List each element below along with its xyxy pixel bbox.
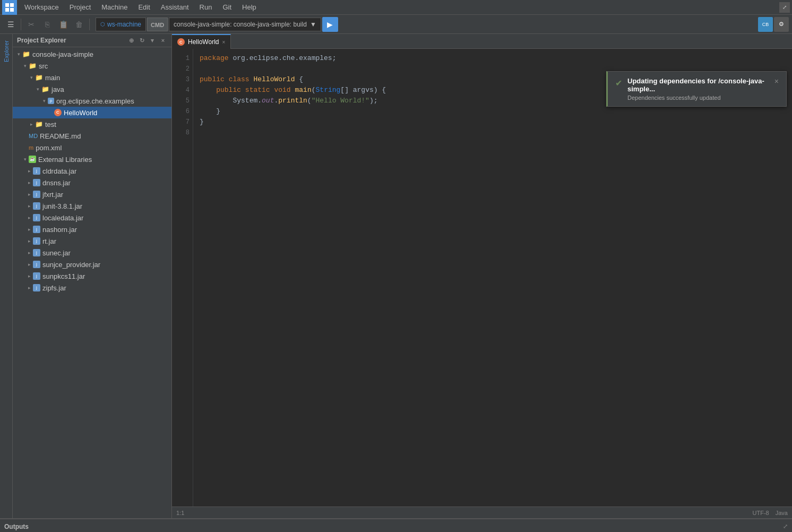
editor-tab-helloworld[interactable]: C HelloWorld × [172,34,231,49]
toolbar-cut-btn[interactable]: ✂ [24,17,39,32]
menu-assistant[interactable]: Assistant [156,0,194,15]
explorer-refresh-btn[interactable]: ↻ [137,36,146,45]
arrow-src: ▾ [21,63,29,68]
code-editor: 12345678 package org.eclipse.che.example… [172,49,792,507]
tree-item-main[interactable]: ▾ 📁 main [13,72,171,83]
tree-item-ext-libs[interactable]: ▾ ☕ External Libraries [13,153,171,165]
menu-machine[interactable]: Machine [96,0,133,15]
jar-icon: j [33,179,40,186]
main-label: main [45,74,60,82]
jar-icon: j [33,284,40,291]
menu-project[interactable]: Project [64,0,96,15]
tree-item-junit-3-8.1.jar[interactable]: ▸ j junit-3.8.1.jar [13,200,171,212]
left-sidebar: Explorer [0,34,13,518]
explorer-header-icons: ⊕ ↻ ▾ × [127,36,167,45]
file-tree: ▾ 📁 console-java-simple ▾ 📁 src ▾ 📁 main… [13,47,171,518]
app-logo[interactable] [2,0,17,15]
tree-item-localedata-jar[interactable]: ▸ j localedata.jar [13,212,171,224]
bottom-maximize-btn[interactable]: ⤢ [783,523,788,530]
tree-item-cldrdata-jar[interactable]: ▸ j cldrdata.jar [13,165,171,177]
jar-icon: j [33,272,40,280]
helloworld-java-icon: C [54,109,62,116]
menu-git[interactable]: Git [217,0,237,15]
tree-item-zipfs-jar[interactable]: ▸ j zipfs.jar [13,282,171,294]
tree-item-sunjce_provider-jar[interactable]: ▸ j sunjce_provider.jar [13,259,171,270]
tree-item-helloworld[interactable]: ▸ C HelloWorld [13,107,171,118]
machine-selector[interactable]: ⬡ ws-machine [96,18,146,31]
arrow-java: ▾ [34,87,41,92]
tree-item-readme[interactable]: ▸ MD README.md [13,130,171,142]
tree-item-jfxrt-jar[interactable]: ▸ j jfxrt.jar [13,188,171,200]
menu-bar: Workspace Project Machine Edit Assistant… [0,0,792,15]
maximize-button[interactable]: ⤢ [779,2,790,13]
toast-check-icon: ✔ [615,78,622,88]
cursor-position: 1:1 [176,510,184,516]
pom-icon: m [29,144,33,151]
build-cmd-label: console-java-simple: console-java-simple… [174,21,307,28]
menu-run[interactable]: Run [194,0,218,15]
toolbar-cb-btn[interactable]: CB [758,17,773,32]
tree-item-package[interactable]: ▾ p org.eclipse.che.examples [13,95,171,107]
java-label: java [51,85,64,93]
tree-item-dnsns-jar[interactable]: ▸ j dnsns.jar [13,177,171,188]
code-line-6: } [200,106,786,117]
filetype-label: Java [776,510,788,516]
jar-list: ▸ j cldrdata.jar▸ j dnsns.jar▸ j jfxrt.j… [13,165,171,294]
test-label: test [45,121,56,128]
arrow-ext-libs: ▾ [21,157,29,162]
package-icon: p [48,98,54,104]
code-line-7: } [200,117,786,127]
arrow-pom: ▸ [21,145,29,150]
notification-toast: ✔ Updating dependencies for /console-jav… [606,71,787,107]
toolbar-settings-btn[interactable]: ⚙ [774,17,789,32]
src-label: src [39,62,48,70]
package-label: org.eclipse.che.examples [56,97,134,105]
run-button[interactable]: ▶ [322,17,338,32]
toast-title: Updating dependencies for /console-java-… [627,77,769,93]
editor-status: 1:1 UTF-8 Java [172,507,792,518]
menu-edit[interactable]: Edit [133,0,155,15]
bottom-toolbar: Outputs ⤢ [0,519,792,532]
jar-icon: j [33,167,40,175]
tab-close-btn[interactable]: × [222,39,225,45]
tree-item-project[interactable]: ▾ 📁 console-java-simple [13,48,171,60]
tree-item-test[interactable]: ▸ 📁 test [13,118,171,130]
tree-item-rt-jar[interactable]: ▸ j rt.jar [13,235,171,247]
jar-icon: j [33,237,40,245]
tree-item-java[interactable]: ▾ 📁 java [13,83,171,95]
menu-help[interactable]: Help [237,0,262,15]
tree-item-src[interactable]: ▾ 📁 src [13,60,171,72]
ext-libs-label: External Libraries [38,156,92,164]
sidebar-explorer-label[interactable]: Explorer [2,36,11,66]
line-numbers: 12345678 [172,49,193,507]
tree-item-sunec-jar[interactable]: ▸ j sunec.jar [13,247,171,259]
toast-close-btn[interactable]: × [774,77,779,85]
tree-item-sunpkcs11-jar[interactable]: ▸ j sunpkcs11.jar [13,270,171,282]
build-dropdown-arrow: ▼ [310,21,316,28]
toolbar-sep-2 [89,19,90,30]
code-content[interactable]: package org.eclipse.che.examples; public… [193,49,792,507]
jar-icon: j [33,202,40,210]
toolbar-menu-btn[interactable]: ☰ [3,17,18,32]
menu-workspace[interactable]: Workspace [19,0,64,15]
toolbar-delete-btn[interactable]: 🗑 [72,17,87,32]
toolbar-sep-1 [21,19,21,30]
project-icon: 📁 [22,50,30,58]
arrow-project: ▾ [15,52,22,57]
arrow-test: ▸ [28,122,35,127]
toolbar-copy-btn[interactable]: ⎘ [40,17,55,32]
pom-label: pom.xml [36,144,62,152]
explorer-collapse-btn[interactable]: ▾ [148,36,157,45]
tab-java-icon: C [177,38,185,46]
toolbar-paste-btn[interactable]: 📋 [56,17,71,32]
explorer-new-btn[interactable]: ⊕ [127,36,135,45]
build-command-dropdown[interactable]: console-java-simple: console-java-simple… [169,18,321,31]
tree-item-pom[interactable]: ▸ m pom.xml [13,142,171,153]
explorer-close-btn[interactable]: × [159,36,167,45]
readme-icon: MD [29,133,38,139]
toast-subtitle: Dependencies successfully updated [627,95,769,101]
jar-icon: j [33,249,40,256]
tab-label: HelloWorld [188,38,219,46]
src-icon: 📁 [29,62,37,70]
tree-item-nashorn-jar[interactable]: ▸ j nashorn.jar [13,224,171,235]
